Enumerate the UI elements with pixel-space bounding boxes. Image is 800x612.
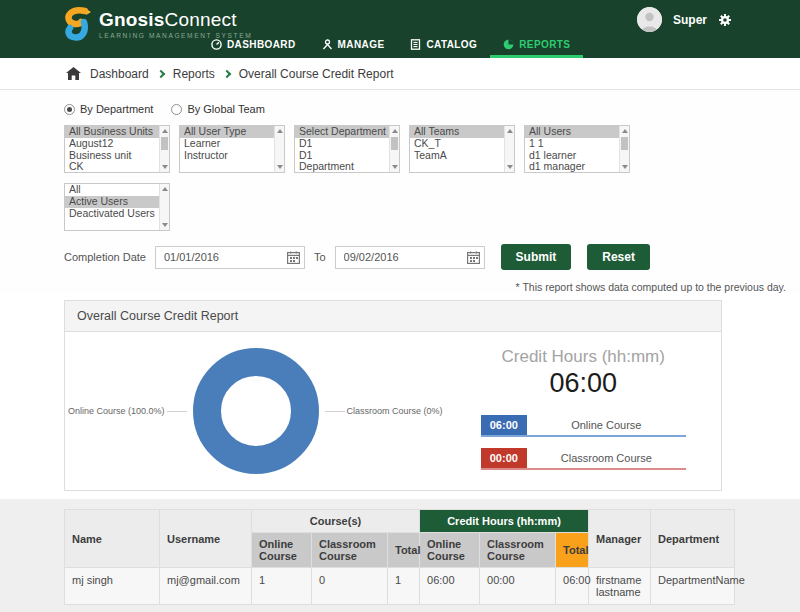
- nav-item-catalog[interactable]: CATALOG: [397, 32, 490, 58]
- list-item[interactable]: D1: [295, 138, 389, 150]
- listbox-users[interactable]: All Users 1 1 d1 learner d1 manager: [524, 125, 630, 173]
- col-header-courses-total[interactable]: Total: [388, 533, 420, 568]
- scroll-up-icon[interactable]: [162, 129, 168, 133]
- scrollbar[interactable]: [389, 126, 399, 172]
- cell-credit-online: 06:00: [420, 568, 480, 605]
- scrollbar[interactable]: [159, 184, 169, 230]
- scroll-down-icon[interactable]: [507, 165, 513, 169]
- dashboard-icon: [211, 39, 222, 50]
- list-item[interactable]: All Business Units: [65, 126, 159, 138]
- list-item[interactable]: CK_T: [410, 138, 504, 150]
- app-header: GnosisConnect LEARNING MANAGEMENT SYSTEM…: [0, 0, 800, 58]
- list-item[interactable]: All: [65, 184, 159, 196]
- list-item[interactable]: 1 1: [525, 138, 619, 150]
- listbox-user-type[interactable]: All User Type Learner Instructor: [179, 125, 285, 173]
- avatar[interactable]: [637, 7, 662, 32]
- col-header-credit-total[interactable]: Total: [556, 533, 589, 568]
- legend-online-label: Online Course: [527, 415, 686, 435]
- breadcrumb-reports[interactable]: Reports: [173, 67, 215, 81]
- listbox-department[interactable]: Select Department D1 D1 Department: [294, 125, 400, 173]
- cell-name: mj singh: [65, 568, 160, 605]
- user-name[interactable]: Super: [673, 13, 707, 27]
- cell-department: DepartmentName: [651, 568, 735, 605]
- scrollbar-thumb[interactable]: [621, 137, 628, 150]
- scroll-down-icon[interactable]: [277, 165, 283, 169]
- listbox-teams[interactable]: All Teams CK_T TeamA: [409, 125, 515, 173]
- col-group-courses: Course(s): [252, 510, 420, 533]
- scrollbar[interactable]: [159, 126, 169, 172]
- scrollbar[interactable]: [504, 126, 514, 172]
- listbox-business-units[interactable]: All Business Units August12 Business uni…: [64, 125, 170, 173]
- col-header-name[interactable]: Name: [65, 510, 160, 568]
- credit-hours-title: Credit Hours (hh:mm): [445, 347, 721, 367]
- nav-item-dashboard[interactable]: DASHBOARD: [198, 32, 309, 58]
- radio-by-department[interactable]: By Department: [64, 103, 153, 115]
- list-item[interactable]: D1: [295, 150, 389, 162]
- cell-courses-classroom: 0: [312, 568, 388, 605]
- col-header-department[interactable]: Department: [651, 510, 735, 568]
- legend-online-course: 06:00 Online Course: [481, 415, 686, 437]
- list-item[interactable]: Instructor: [180, 150, 274, 162]
- scroll-down-icon[interactable]: [392, 165, 398, 169]
- calendar-icon[interactable]: [287, 251, 300, 264]
- nav-item-manage[interactable]: MANAGE: [309, 32, 398, 58]
- scroll-down-icon[interactable]: [622, 165, 628, 169]
- list-item[interactable]: d1 manager: [525, 161, 619, 173]
- date-from-wrap: [155, 246, 305, 269]
- list-item[interactable]: CK: [65, 161, 159, 173]
- list-item[interactable]: Deactivated Users: [65, 208, 159, 220]
- scroll-down-icon[interactable]: [162, 165, 168, 169]
- user-silhouette-icon: [637, 7, 662, 32]
- pie-label-online: Online Course (100.0%): [68, 406, 165, 416]
- submit-button[interactable]: Submit: [501, 244, 572, 270]
- list-item[interactable]: Business unit: [65, 150, 159, 162]
- date-from-input[interactable]: [155, 246, 305, 269]
- scroll-up-icon[interactable]: [622, 129, 628, 133]
- col-header-manager[interactable]: Manager: [589, 510, 651, 568]
- scroll-up-icon[interactable]: [392, 129, 398, 133]
- list-item[interactable]: Select Department: [295, 126, 389, 138]
- list-item[interactable]: d1 learner: [525, 150, 619, 162]
- scroll-up-icon[interactable]: [277, 129, 283, 133]
- report-table-section: Name Username Course(s) Credit Hours (hh…: [0, 499, 800, 612]
- list-item[interactable]: Learner: [180, 138, 274, 150]
- home-icon[interactable]: [66, 67, 81, 80]
- date-to-input[interactable]: [335, 246, 485, 269]
- list-item[interactable]: August12: [65, 138, 159, 150]
- scroll-up-icon[interactable]: [162, 187, 168, 191]
- col-header-courses-classroom[interactable]: Classroom Course: [312, 533, 388, 568]
- radio-checked-icon[interactable]: [64, 104, 75, 115]
- filters-section: By Department By Global Team All Busines…: [0, 90, 800, 293]
- calendar-icon[interactable]: [467, 251, 480, 264]
- list-item[interactable]: All Teams: [410, 126, 504, 138]
- scrollbar[interactable]: [619, 126, 629, 172]
- col-header-courses-online[interactable]: Online Course: [252, 533, 312, 568]
- cell-username: mj@gmail.com: [160, 568, 252, 605]
- nav-item-reports[interactable]: REPORTS: [490, 32, 583, 58]
- scrollbar-thumb[interactable]: [391, 137, 398, 150]
- brand-name-regular: Connect: [165, 9, 237, 30]
- scroll-up-icon[interactable]: [507, 129, 513, 133]
- breadcrumb-dashboard[interactable]: Dashboard: [90, 67, 149, 81]
- col-header-credit-online[interactable]: Online Course: [420, 533, 480, 568]
- radio-unchecked-icon[interactable]: [171, 104, 182, 115]
- brand-name-bold: Gnosis: [99, 9, 165, 30]
- report-note: * This report shows data computed up to …: [64, 281, 786, 293]
- scrollbar-thumb[interactable]: [161, 137, 168, 150]
- list-item[interactable]: TeamA: [410, 150, 504, 162]
- gear-icon[interactable]: [718, 13, 732, 27]
- brand-logo-icon: [62, 6, 92, 42]
- radio-by-department-label: By Department: [80, 103, 153, 115]
- scroll-down-icon[interactable]: [162, 223, 168, 227]
- reset-button[interactable]: Reset: [587, 244, 650, 270]
- col-header-credit-classroom[interactable]: Classroom Course: [480, 533, 556, 568]
- listbox-user-status[interactable]: All Active Users Deactivated Users: [64, 183, 170, 231]
- scrollbar[interactable]: [274, 126, 284, 172]
- list-item[interactable]: Department: [295, 161, 389, 173]
- list-item[interactable]: All User Type: [180, 126, 274, 138]
- radio-by-global-team[interactable]: By Global Team: [171, 103, 264, 115]
- col-header-username[interactable]: Username: [160, 510, 252, 568]
- list-item[interactable]: Active Users: [65, 196, 159, 208]
- report-table: Name Username Course(s) Credit Hours (hh…: [64, 509, 735, 605]
- list-item[interactable]: All Users: [525, 126, 619, 138]
